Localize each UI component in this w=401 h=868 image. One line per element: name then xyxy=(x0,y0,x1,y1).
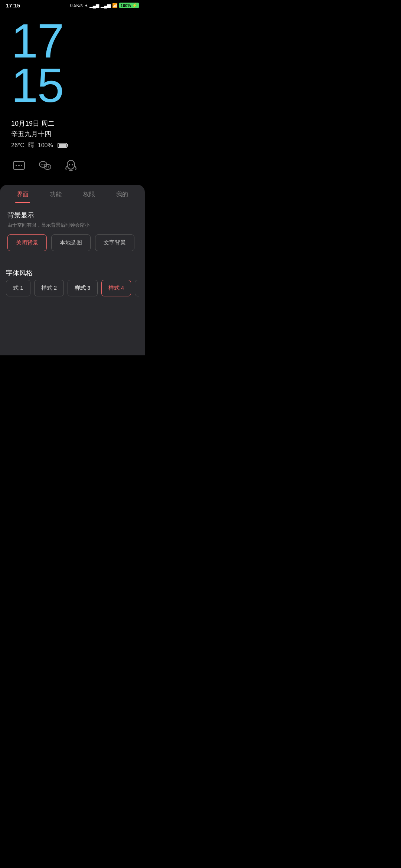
tab-ui[interactable]: 界面 xyxy=(6,185,39,203)
clock-minute: 15 xyxy=(11,61,134,109)
btn-text-bg[interactable]: 文字背景 xyxy=(95,234,134,251)
font-style-2[interactable]: 样式 2 xyxy=(34,280,64,296)
svg-point-6 xyxy=(42,164,43,165)
svg-point-8 xyxy=(46,167,47,168)
svg-point-10 xyxy=(67,160,75,169)
font-btn-row: 式 1 样式 2 样式 3 样式 4 样式 5 xyxy=(6,280,139,299)
svg-point-12 xyxy=(72,164,73,165)
font-style-3[interactable]: 样式 3 xyxy=(68,280,98,296)
battery-percent: 100% xyxy=(38,142,53,149)
network-speed: 0.5K/s xyxy=(70,3,83,8)
font-style-4[interactable]: 样式 4 xyxy=(101,280,131,296)
status-bar: 17:15 0.5K/s ∗ ▂▄▆ ▂▄▆ 📶 100% ⚡ xyxy=(0,0,145,9)
font-section-title: 字体风格 xyxy=(6,269,139,277)
temperature: 26°C xyxy=(11,142,25,149)
background-section-subtitle: 由于空间有限，显示背景后时钟会缩小 xyxy=(7,222,137,228)
font-style-1[interactable]: 式 1 xyxy=(6,280,30,296)
svg-point-9 xyxy=(48,167,49,168)
font-section: 字体风格 式 1 样式 2 样式 3 样式 4 样式 5 xyxy=(0,261,145,303)
wechat-app-icon[interactable] xyxy=(37,158,53,174)
date-line1: 10月19日 周二 xyxy=(11,119,134,128)
weather-condition: 晴 xyxy=(28,141,34,149)
qq-app-icon[interactable] xyxy=(63,158,79,174)
wifi-icon: 📶 xyxy=(112,3,118,8)
tab-mine[interactable]: 我的 xyxy=(106,185,139,203)
tab-perm[interactable]: 权限 xyxy=(72,185,106,203)
tab-bar: 界面 功能 权限 我的 xyxy=(0,185,145,203)
battery-indicator: 100% ⚡ xyxy=(119,3,139,8)
section-divider xyxy=(0,258,145,258)
bottom-panel: 界面 功能 权限 我的 背景显示 由于空间有限，显示背景后时钟会缩小 关闭背景 … xyxy=(0,185,145,355)
background-section: 背景显示 由于空间有限，显示背景后时钟会缩小 关闭背景 本地选图 文字背景 xyxy=(0,203,145,255)
clock-area: 17 15 xyxy=(0,9,145,113)
date-line2: 辛丑九月十四 xyxy=(11,129,134,138)
weather-line: 26°C 晴 100% xyxy=(11,141,134,149)
tab-func[interactable]: 功能 xyxy=(39,185,73,203)
background-section-title: 背景显示 xyxy=(7,211,137,220)
font-style-5[interactable]: 样式 5 xyxy=(135,280,139,296)
app-icons-row xyxy=(0,152,145,181)
svg-point-11 xyxy=(69,164,70,165)
sms-app-icon[interactable] xyxy=(11,158,27,174)
bluetooth-icon: ∗ xyxy=(84,3,88,8)
status-right-icons: 0.5K/s ∗ ▂▄▆ ▂▄▆ 📶 100% ⚡ xyxy=(70,3,139,8)
btn-local-img[interactable]: 本地选图 xyxy=(51,234,91,251)
svg-point-7 xyxy=(44,164,45,165)
svg-point-2 xyxy=(18,165,20,166)
svg-point-3 xyxy=(21,165,22,166)
date-area: 10月19日 周二 辛丑九月十四 26°C 晴 100% xyxy=(0,113,145,152)
signal-icon1: ▂▄▆ xyxy=(89,3,100,8)
svg-point-1 xyxy=(16,165,17,166)
battery-inline-icon xyxy=(58,143,67,148)
clock-hour: 17 xyxy=(11,17,134,65)
background-btn-group: 关闭背景 本地选图 文字背景 xyxy=(7,234,137,251)
signal-icon2: ▂▄▆ xyxy=(101,3,111,8)
btn-close-bg[interactable]: 关闭背景 xyxy=(7,234,47,251)
svg-point-4 xyxy=(39,161,47,167)
status-time: 17:15 xyxy=(6,2,20,9)
